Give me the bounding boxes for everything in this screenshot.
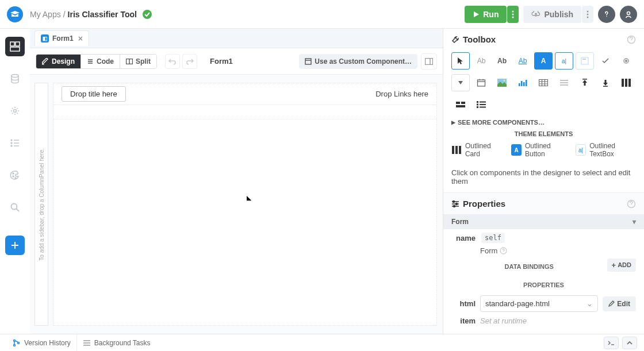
version-history-button[interactable]: Version History — [7, 334, 76, 351]
design-tab[interactable]: Design — [36, 55, 80, 68]
svg-rect-63 — [461, 102, 465, 104]
sidebar-drop-hint[interactable]: To add a sidebar, drop a ColumnPanel her… — [34, 83, 48, 326]
svg-point-10 — [12, 75, 18, 78]
code-tab[interactable]: Code — [80, 55, 120, 68]
tool-linear-panel-icon[interactable] — [472, 96, 490, 113]
breadcrumb-current[interactable]: Iris Classifier Tool — [68, 10, 137, 19]
tool-image-icon[interactable] — [493, 74, 511, 91]
rail-add-button[interactable] — [5, 236, 25, 255]
outlined-textbox-item[interactable]: a| Outlined TextBox — [576, 142, 636, 158]
svg-point-75 — [453, 200, 455, 202]
left-rail — [0, 29, 30, 334]
theme-elements-header: THEME ELEMENTS — [443, 129, 644, 138]
tool-datepicker-icon[interactable] — [472, 74, 490, 91]
console-button[interactable] — [604, 337, 619, 349]
property-name-value[interactable]: self — [481, 233, 505, 243]
drop-links-placeholder[interactable]: Drop Links here — [375, 90, 428, 98]
chevron-down-icon: ▾ — [632, 218, 636, 226]
status-bar: Version History Background Tasks — [0, 334, 644, 351]
redo-button[interactable] — [182, 54, 197, 69]
property-name-row: name self — [443, 229, 644, 246]
breadcrumb-root[interactable]: My Apps — [30, 10, 61, 19]
tool-label-icon[interactable]: Ab — [472, 52, 490, 70]
svg-point-16 — [11, 145, 12, 146]
status-check-icon — [143, 10, 152, 19]
tab-form1[interactable]: ◧ Form1 × — [34, 30, 89, 46]
svg-rect-66 — [480, 102, 486, 103]
rail-list-icon[interactable] — [5, 133, 25, 153]
design-canvas[interactable]: Drop title here Drop Links here ◣ — [53, 83, 437, 326]
toolbox-row2 — [443, 72, 644, 94]
background-tasks-button[interactable]: Background Tasks — [76, 334, 156, 351]
tool-textarea-icon[interactable] — [576, 52, 594, 70]
svg-point-3 — [587, 10, 589, 12]
run-label: Run — [483, 10, 499, 19]
properties-help-icon[interactable] — [627, 199, 636, 209]
outlined-card-item[interactable]: Outlined Card — [451, 142, 503, 158]
toolbox-header: Toolbox — [443, 29, 644, 50]
property-type-row[interactable]: Form ▾ — [443, 214, 644, 229]
tool-chart-icon[interactable] — [513, 74, 532, 91]
tool-pointer-icon[interactable] — [451, 52, 470, 70]
tool-flow-panel-icon[interactable] — [451, 96, 470, 113]
add-binding-button[interactable]: + ADD — [607, 259, 636, 272]
tool-dropdown-icon[interactable] — [451, 74, 470, 91]
svg-point-11 — [14, 110, 17, 113]
publish-label: Publish — [544, 10, 573, 19]
drop-title-placeholder[interactable]: Drop title here — [62, 86, 126, 102]
svg-rect-64 — [456, 105, 465, 107]
svg-rect-30 — [305, 59, 311, 64]
tab-close-icon[interactable]: × — [78, 34, 83, 43]
rail-app-icon[interactable] — [5, 37, 25, 56]
logo-icon[interactable] — [7, 6, 23, 22]
outlined-button-item[interactable]: A Outlined Button — [511, 142, 568, 158]
collapse-button[interactable] — [622, 337, 637, 349]
tool-textbox-icon[interactable]: a| — [555, 52, 573, 70]
publish-button[interactable]: Publish — [523, 6, 581, 23]
breadcrumb-sep: / — [63, 10, 66, 19]
svg-point-0 — [512, 10, 514, 12]
svg-point-38 — [626, 60, 627, 62]
tool-download-icon[interactable] — [596, 74, 615, 91]
use-custom-component-button[interactable]: Use as Custom Component… — [299, 54, 417, 69]
help-button[interactable] — [598, 6, 615, 23]
theme-elements-row: Outlined Card A Outlined Button a| Outli… — [443, 138, 644, 161]
top-bar: My Apps / Iris Classifier Tool Run Publi… — [0, 0, 644, 29]
tool-button-icon[interactable]: A — [534, 52, 553, 70]
properties-section-header: PROPERTIES — [443, 275, 644, 292]
rail-theme-icon[interactable] — [5, 165, 25, 185]
tool-link-icon[interactable]: Ab — [513, 52, 532, 70]
svg-point-77 — [456, 203, 458, 205]
rail-search-icon[interactable] — [5, 198, 25, 217]
run-more-button[interactable] — [507, 6, 519, 23]
edit-html-button[interactable]: Edit — [603, 296, 636, 311]
svg-rect-47 — [523, 82, 525, 86]
rail-settings-icon[interactable] — [5, 101, 25, 121]
toolbox-row3 — [443, 94, 644, 115]
undo-button[interactable] — [165, 54, 180, 69]
view-segment: Design Code Split — [36, 54, 157, 69]
svg-point-44 — [504, 80, 505, 82]
svg-point-5 — [587, 16, 589, 18]
html-select[interactable]: standard-page.html ⌄ — [480, 295, 598, 312]
account-button[interactable] — [620, 6, 637, 23]
toolbox-row1: Ab Ab Ab A a| — [443, 50, 644, 72]
split-tab[interactable]: Split — [120, 55, 156, 68]
svg-point-4 — [587, 13, 589, 15]
svg-rect-73 — [459, 146, 461, 154]
panel-toggle-button[interactable] — [421, 53, 437, 70]
run-button[interactable]: Run — [465, 6, 507, 23]
see-more-components[interactable]: ▶ SEE MORE COMPONENTS… — [443, 115, 644, 129]
svg-point-83 — [14, 344, 16, 346]
tool-bold-label-icon[interactable]: Ab — [493, 52, 511, 70]
tool-upload-icon[interactable] — [576, 74, 594, 91]
tool-checkbox-icon[interactable] — [596, 52, 615, 70]
rail-database-icon[interactable] — [5, 69, 25, 88]
tool-repeating-icon[interactable] — [555, 74, 573, 91]
publish-more-button[interactable] — [582, 6, 593, 23]
toolbox-help-icon[interactable] — [627, 35, 636, 44]
tool-column-panel-icon[interactable] — [617, 74, 635, 91]
svg-point-21 — [12, 204, 17, 210]
tool-radio-icon[interactable] — [617, 52, 635, 70]
tool-datagrid-icon[interactable] — [534, 74, 553, 91]
